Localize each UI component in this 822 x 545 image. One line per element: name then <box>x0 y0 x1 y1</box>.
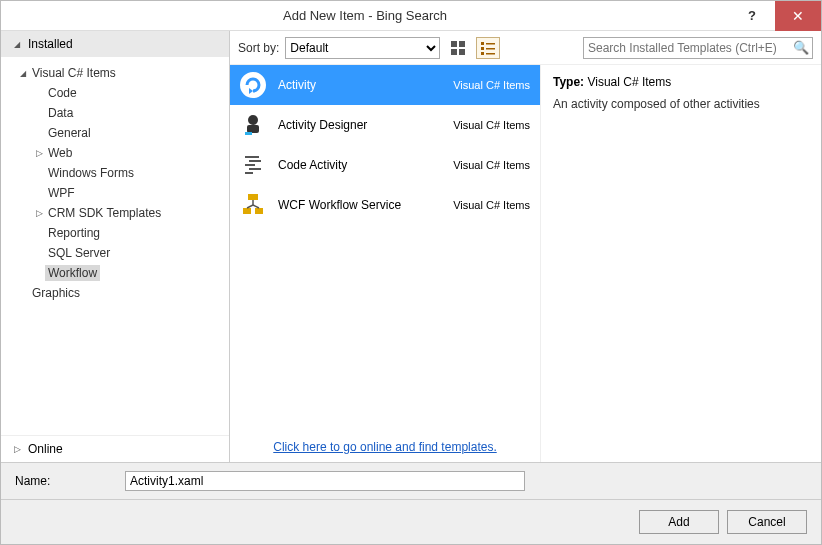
template-name: Activity <box>278 78 441 92</box>
titlebar-buttons: ? ✕ <box>729 1 821 31</box>
svg-rect-17 <box>245 164 255 166</box>
svg-point-12 <box>248 115 258 125</box>
dialog-body: Installed Visual C# Items Code Data Gene… <box>1 31 821 462</box>
details-description: An activity composed of other activities <box>553 97 809 111</box>
svg-rect-15 <box>245 156 259 158</box>
button-row: Add Cancel <box>1 499 821 544</box>
details-type-label: Type: <box>553 75 584 89</box>
tree-label: General <box>45 125 94 141</box>
template-category: Visual C# Items <box>453 159 530 171</box>
template-category: Visual C# Items <box>453 199 530 211</box>
tree-node-sql-server[interactable]: SQL Server <box>7 243 229 263</box>
svg-rect-5 <box>486 43 495 45</box>
tree-node-windows-forms[interactable]: Windows Forms <box>7 163 229 183</box>
close-button[interactable]: ✕ <box>775 1 821 31</box>
workflow-service-icon <box>240 192 266 218</box>
chevron-right-icon <box>11 444 23 454</box>
chevron-right-icon <box>33 148 45 158</box>
svg-point-10 <box>241 73 265 97</box>
svg-rect-9 <box>486 53 495 55</box>
sort-label: Sort by: <box>238 41 279 55</box>
tree-node-web[interactable]: Web <box>7 143 229 163</box>
add-button[interactable]: Add <box>639 510 719 534</box>
tree-label: Graphics <box>29 285 83 301</box>
tree-label: CRM SDK Templates <box>45 205 164 221</box>
svg-rect-8 <box>481 52 484 55</box>
tree-node-crm-sdk-templates[interactable]: CRM SDK Templates <box>7 203 229 223</box>
search-input[interactable] <box>583 37 813 59</box>
svg-rect-22 <box>255 208 263 214</box>
svg-rect-3 <box>459 49 465 55</box>
chevron-down-icon <box>11 40 23 49</box>
tree-label: Reporting <box>45 225 103 241</box>
tree-label: Workflow <box>45 265 100 281</box>
help-button[interactable]: ? <box>729 1 775 31</box>
category-tree: Visual C# Items Code Data General Web Wi… <box>1 57 229 435</box>
code-activity-icon <box>240 152 266 178</box>
svg-rect-20 <box>248 194 258 200</box>
svg-rect-19 <box>245 172 253 174</box>
svg-rect-6 <box>481 47 484 50</box>
sidebar-footer-label: Online <box>28 442 63 456</box>
tree-label: Windows Forms <box>45 165 137 181</box>
template-category: Visual C# Items <box>453 119 530 131</box>
online-templates-link[interactable]: Click here to go online and find templat… <box>273 440 496 454</box>
dialog-window: Add New Item - Bing Search ? ✕ Installed… <box>0 0 822 545</box>
titlebar: Add New Item - Bing Search ? ✕ <box>1 1 821 31</box>
tree-node-wpf[interactable]: WPF <box>7 183 229 203</box>
tree-node-graphics[interactable]: Graphics <box>7 283 229 303</box>
tree-label: Code <box>45 85 80 101</box>
svg-rect-1 <box>459 41 465 47</box>
online-templates-link-wrap: Click here to go online and find templat… <box>230 432 540 462</box>
sidebar-header-installed[interactable]: Installed <box>1 31 229 57</box>
name-row: Name: <box>1 462 821 499</box>
sidebar-footer-online[interactable]: Online <box>1 435 229 462</box>
tree-node-general[interactable]: General <box>7 123 229 143</box>
svg-rect-18 <box>249 168 261 170</box>
content: Activity Visual C# Items Activity Design… <box>230 65 821 462</box>
svg-rect-7 <box>486 48 495 50</box>
template-name: Code Activity <box>278 158 441 172</box>
tree-node-workflow[interactable]: Workflow <box>7 263 229 283</box>
svg-rect-0 <box>451 41 457 47</box>
main-panel: Sort by: Default 🔍 <box>230 31 821 462</box>
search-icon[interactable]: 🔍 <box>793 40 809 55</box>
tree-label: SQL Server <box>45 245 113 261</box>
cancel-button[interactable]: Cancel <box>727 510 807 534</box>
search-wrap: 🔍 <box>583 37 813 59</box>
sidebar-header-label: Installed <box>28 37 73 51</box>
svg-rect-4 <box>481 42 484 45</box>
details-type-value: Visual C# Items <box>587 75 671 89</box>
tree-node-data[interactable]: Data <box>7 103 229 123</box>
svg-rect-21 <box>243 208 251 214</box>
chevron-down-icon <box>17 69 29 78</box>
svg-rect-16 <box>249 160 261 162</box>
name-input[interactable] <box>125 471 525 491</box>
tree-label: Visual C# Items <box>29 65 119 81</box>
tree-node-reporting[interactable]: Reporting <box>7 223 229 243</box>
svg-line-25 <box>253 205 259 208</box>
tree-label: WPF <box>45 185 78 201</box>
tree-node-visual-csharp-items[interactable]: Visual C# Items <box>7 63 229 83</box>
view-list-button[interactable] <box>476 37 500 59</box>
tree-node-code[interactable]: Code <box>7 83 229 103</box>
sort-select[interactable]: Default <box>285 37 440 59</box>
window-title: Add New Item - Bing Search <box>1 8 729 23</box>
tree-label: Data <box>45 105 76 121</box>
template-item-activity-designer[interactable]: Activity Designer Visual C# Items <box>230 105 540 145</box>
template-item-code-activity[interactable]: Code Activity Visual C# Items <box>230 145 540 185</box>
template-name: WCF Workflow Service <box>278 198 441 212</box>
activity-icon <box>240 72 266 98</box>
svg-rect-14 <box>245 132 252 135</box>
chevron-right-icon <box>33 208 45 218</box>
details-type-row: Type: Visual C# Items <box>553 75 809 89</box>
template-name: Activity Designer <box>278 118 441 132</box>
activity-designer-icon <box>240 112 266 138</box>
template-item-wcf-workflow-service[interactable]: WCF Workflow Service Visual C# Items <box>230 185 540 225</box>
view-tiles-button[interactable] <box>446 37 470 59</box>
details-panel: Type: Visual C# Items An activity compos… <box>540 65 821 462</box>
sidebar: Installed Visual C# Items Code Data Gene… <box>1 31 230 462</box>
template-item-activity[interactable]: Activity Visual C# Items <box>230 65 540 105</box>
svg-rect-2 <box>451 49 457 55</box>
toolbar: Sort by: Default 🔍 <box>230 31 821 65</box>
